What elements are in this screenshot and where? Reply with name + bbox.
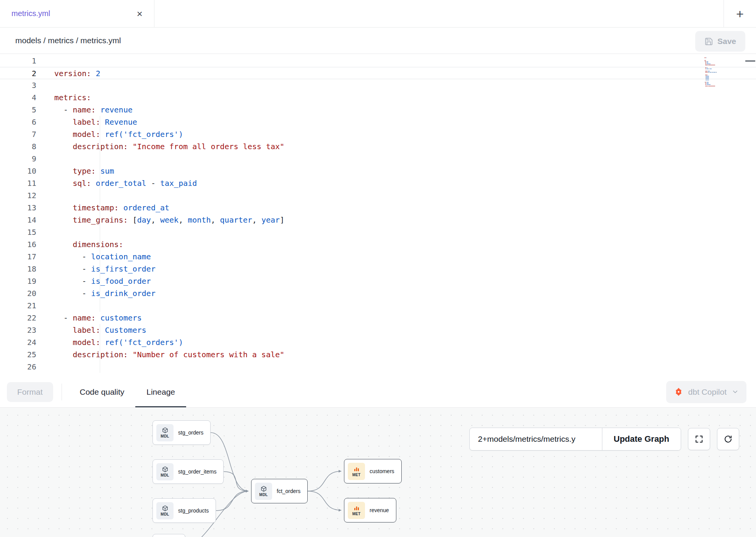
code-line[interactable]: 1: [0, 55, 756, 67]
lineage-node-stg_products[interactable]: MDLstg_products: [152, 498, 216, 523]
lineage-search-group: Update Graph: [469, 428, 681, 451]
line-number: 23: [0, 324, 36, 336]
code-line[interactable]: 13 timestamp: ordered_at: [0, 202, 756, 214]
code-line[interactable]: 4metrics:: [0, 91, 756, 104]
indent-guide: [100, 140, 100, 153]
save-button[interactable]: Save: [695, 31, 745, 52]
code-text: - location_name: [36, 251, 151, 263]
ide-window: metrics.yml × + models / metrics / metri…: [0, 0, 756, 537]
code-editor[interactable]: 12version: 234metrics:5 - name: revenue6…: [0, 54, 756, 376]
close-icon[interactable]: ×: [137, 9, 143, 19]
indent-guide: [100, 165, 100, 177]
code-line[interactable]: 9: [0, 153, 756, 165]
line-number: 4: [0, 91, 36, 104]
code-text: [36, 299, 54, 312]
code-line[interactable]: 19 - is_food_order: [0, 275, 756, 287]
lineage-node-stg_partial[interactable]: MDL: [152, 534, 185, 537]
code-line[interactable]: 22 - name: customers: [0, 312, 756, 324]
code-line[interactable]: 5 - name: revenue: [0, 104, 756, 116]
model-icon: MDL: [156, 463, 174, 480]
dbt-copilot-button[interactable]: dbt Copilot: [666, 381, 746, 403]
new-tab-button[interactable]: +: [724, 0, 756, 27]
scrollbar-thumb[interactable]: [745, 60, 755, 62]
code-line[interactable]: 20 - is_drink_order: [0, 287, 756, 299]
code-line[interactable]: 10 type: sum: [0, 165, 756, 177]
minimap[interactable]: [704, 56, 724, 88]
line-number: 8: [0, 140, 36, 153]
line-number: 15: [0, 226, 36, 238]
lineage-canvas[interactable]: Update Graph MDLstg_ordersMDLstg_order_i…: [0, 408, 756, 537]
indent-guide: [100, 116, 100, 128]
chevron-down-icon: [732, 388, 739, 395]
lineage-node-revenue[interactable]: METrevenue: [344, 498, 396, 522]
code-line[interactable]: 21: [0, 299, 756, 312]
lineage-node-customers[interactable]: METcustomers: [344, 459, 402, 483]
node-label: revenue: [370, 507, 389, 513]
node-label: fct_orders: [277, 488, 300, 494]
code-line[interactable]: 24 model: ref('fct_orders'): [0, 336, 756, 348]
line-number: 24: [0, 336, 36, 348]
code-line[interactable]: 8 description: "Income from all orders l…: [0, 140, 756, 153]
code-line[interactable]: 11 sql: order_total - tax_paid: [0, 177, 756, 189]
line-number: 25: [0, 348, 36, 361]
code-line[interactable]: 7 model: ref('fct_orders'): [0, 128, 756, 140]
code-line[interactable]: 17 - location_name: [0, 251, 756, 263]
fullscreen-button[interactable]: [688, 428, 710, 450]
metric-icon: MET: [348, 463, 365, 480]
code-line[interactable]: 23 label: Customers: [0, 324, 756, 336]
indent-guide: [100, 226, 100, 238]
lineage-node-fct_orders[interactable]: MDLfct_orders: [251, 479, 308, 503]
lineage-node-stg_order_items[interactable]: MDLstg_order_items: [152, 459, 224, 484]
line-number: 13: [0, 202, 36, 214]
line-number: 6: [0, 116, 36, 128]
panel-tab-lineage[interactable]: Lineage: [135, 376, 186, 407]
line-number: 7: [0, 128, 36, 140]
line-number: 16: [0, 238, 36, 251]
tab-label: metrics.yml: [11, 9, 50, 18]
code-text: version: 2: [36, 67, 100, 79]
code-line[interactable]: 18 - is_first_order: [0, 263, 756, 275]
file-header: models / metrics / metrics.yml Save: [0, 28, 756, 54]
line-number: 20: [0, 287, 36, 299]
code-line[interactable]: 2version: 2: [0, 67, 756, 79]
toolbar-divider: [62, 384, 62, 400]
indent-guide: [100, 324, 100, 336]
format-button[interactable]: Format: [7, 382, 53, 402]
code-line[interactable]: 14 time_grains: [day, week, month, quart…: [0, 214, 756, 226]
refresh-button[interactable]: [717, 428, 739, 450]
code-line[interactable]: 25 description: "Number of customers wit…: [0, 348, 756, 361]
code-text: - is_drink_order: [36, 287, 156, 299]
panel-tab-code-quality[interactable]: Code quality: [69, 376, 136, 407]
line-number: 22: [0, 312, 36, 324]
code-line[interactable]: 16 dimensions:: [0, 238, 756, 251]
indent-guide: [100, 275, 100, 287]
line-number: 9: [0, 153, 36, 165]
code-text: label: Customers: [36, 324, 146, 336]
code-text: time_grains: [day, week, month, quarter,…: [36, 214, 284, 226]
code-text: [36, 189, 54, 202]
line-number: 21: [0, 299, 36, 312]
tab-metrics-yml[interactable]: metrics.yml ×: [0, 0, 154, 27]
node-label: stg_products: [178, 508, 209, 514]
code-line[interactable]: 3: [0, 79, 756, 91]
code-line[interactable]: 12: [0, 189, 756, 202]
code-text: - is_first_order: [36, 263, 156, 275]
code-text: - is_food_order: [36, 275, 151, 287]
indent-guide: [100, 336, 100, 348]
update-graph-button[interactable]: Update Graph: [602, 428, 681, 450]
code-line[interactable]: 15: [0, 226, 756, 238]
code-text: description: "Income from all orders les…: [36, 140, 284, 153]
panel-tabs: Code qualityLineage: [69, 376, 187, 407]
indent-guide: [100, 189, 100, 202]
code-text: model: ref('fct_orders'): [36, 336, 183, 348]
code-lines: 12version: 234metrics:5 - name: revenue6…: [0, 54, 756, 373]
lineage-search-input[interactable]: [470, 428, 602, 450]
breadcrumb: models / metrics / metrics.yml: [15, 36, 121, 45]
lineage-node-stg_orders[interactable]: MDLstg_orders: [152, 420, 211, 445]
line-number: 10: [0, 165, 36, 177]
code-line[interactable]: 26: [0, 361, 756, 373]
code-line[interactable]: 6 label: Revenue: [0, 116, 756, 128]
model-icon: MDL: [255, 483, 272, 500]
plus-icon: +: [736, 7, 744, 20]
indent-guide: [100, 202, 100, 214]
